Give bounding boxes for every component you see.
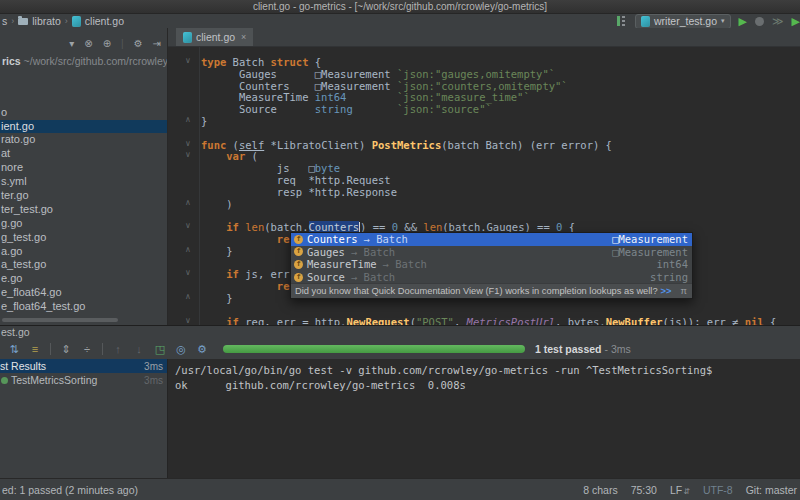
toolbar-separator: |: [121, 38, 124, 49]
project-tree-item[interactable]: g.go: [0, 217, 167, 231]
test-row-metrics-sorting[interactable]: TestMetricsSorting 3ms: [0, 373, 167, 387]
code-token: `json:"measure_time"`: [397, 91, 530, 103]
test-console-output[interactable]: /usr/local/go/bin/go test -v github.com/…: [167, 359, 800, 479]
toolbar-separator: [50, 343, 51, 355]
expand-all-icon[interactable]: ⇕: [60, 343, 72, 355]
git-branch-widget[interactable]: Git: master: [746, 484, 797, 496]
test-row-results[interactable]: st Results 3ms: [0, 359, 167, 373]
code-token: {: [315, 56, 321, 68]
code-token: [201, 150, 226, 162]
project-tree-item[interactable]: rato.go: [0, 133, 167, 147]
editor-tab-client-go[interactable]: client.go ×: [176, 28, 253, 46]
project-tree-item[interactable]: ient.go: [0, 120, 167, 134]
fold-close-icon[interactable]: ∧: [182, 115, 194, 124]
project-tree-item[interactable]: g_test.go: [0, 231, 167, 245]
tool-window-tab[interactable]: est.go: [0, 326, 800, 339]
project-tree-item[interactable]: ter.go: [0, 189, 167, 203]
code-token: int64: [315, 91, 347, 103]
project-tree-item[interactable]: [0, 64, 167, 78]
completion-item[interactable]: fCounters→ Batch□Measurement: [291, 233, 692, 246]
breadcrumb-client-go[interactable]: client.go: [85, 15, 124, 27]
completion-popup: fCounters→ Batch□MeasurementfGauges→ Bat…: [290, 232, 693, 299]
project-tree-item[interactable]: [0, 92, 167, 106]
code-token: re: [277, 233, 290, 245]
code-line[interactable]: }: [201, 116, 776, 128]
breadcrumb-root[interactable]: s: [2, 15, 7, 27]
completion-item[interactable]: fSource→ Batchstring: [291, 271, 692, 284]
run-toolbar: writer_test.go ▾ ▶ ≫ ▶: [617, 14, 800, 29]
code-line[interactable]: ): [201, 199, 776, 211]
run-configuration-label: writer_test.go: [654, 15, 717, 27]
fold-close-icon[interactable]: ∧: [182, 198, 194, 207]
debug-button[interactable]: [755, 17, 764, 26]
import-test-results-icon[interactable]: ◳: [154, 343, 166, 355]
code-token: req *http.Request: [201, 174, 391, 186]
code-line[interactable]: Source string `json:"source"`: [201, 104, 776, 116]
next-failed-test-icon[interactable]: ↓: [133, 343, 145, 355]
field-icon: f: [294, 235, 303, 244]
fold-close-icon[interactable]: ∧: [182, 292, 194, 301]
run-button[interactable]: ▶: [739, 15, 747, 27]
rerun-button[interactable]: ▶: [792, 15, 800, 27]
project-tree-item[interactable]: a_test.go: [0, 258, 167, 272]
code-token: if: [226, 268, 245, 280]
code-token: □Measurement: [315, 68, 397, 80]
project-tree-item[interactable]: e_float64.go: [0, 286, 167, 300]
test-settings-gear-icon[interactable]: ⚙: [196, 343, 208, 355]
code-token: var: [226, 150, 245, 162]
test-passed-icon: [1, 377, 8, 384]
completion-item-origin: → Batch: [351, 246, 395, 258]
fold-open-icon[interactable]: ∨: [182, 268, 194, 277]
fold-close-icon[interactable]: ∧: [182, 245, 194, 254]
breadcrumb: s › librato › client.go: [0, 15, 124, 27]
collapse-all-icon[interactable]: ÷: [81, 343, 93, 355]
editor-tab-bar: client.go ×: [168, 28, 800, 47]
project-tree-item[interactable]: at: [0, 147, 167, 161]
run-configuration-select[interactable]: writer_test.go ▾: [635, 14, 731, 29]
navigation-bar: s › librato › client.go writer_test.go ▾…: [0, 14, 800, 28]
close-icon[interactable]: ×: [241, 32, 246, 42]
fold-open-icon[interactable]: ∨: [182, 221, 194, 230]
project-tree-item[interactable]: nore: [0, 161, 167, 175]
hide-panel-icon[interactable]: ⇥: [153, 38, 161, 49]
toolbar-separator: [102, 343, 103, 355]
completion-item[interactable]: fGauges→ Batch□Measurement: [291, 246, 692, 259]
caret-position-widget[interactable]: 75:30: [631, 484, 657, 496]
code-line[interactable]: func (self *LibratoClient) PostMetrics(b…: [201, 140, 776, 152]
code-line[interactable]: resp *http.Response: [201, 187, 776, 199]
test-results-tree: st Results 3ms TestMetricsSorting 3ms: [0, 359, 167, 479]
filter-passed-icon[interactable]: ≡: [29, 343, 41, 355]
scroll-from-source-icon[interactable]: ⊕: [103, 38, 111, 49]
selection-chars-widget[interactable]: 8 chars: [583, 484, 617, 496]
project-tree-item[interactable]: ter_test.go: [0, 203, 167, 217]
fold-open-icon[interactable]: ∨: [182, 150, 194, 159]
collapse-icon[interactable]: ⊗: [84, 38, 92, 49]
line-separator-widget[interactable]: LF⇵: [670, 484, 690, 496]
project-tree-item[interactable]: e.go: [0, 272, 167, 286]
project-tree-item[interactable]: [0, 78, 167, 92]
completion-item-label: Gauges: [307, 246, 345, 258]
go-test-icon: [641, 16, 650, 27]
previous-failed-test-icon[interactable]: ↑: [112, 343, 124, 355]
hint-more-link[interactable]: >>: [661, 286, 672, 296]
fold-open-icon[interactable]: ∨: [182, 139, 194, 148]
gear-icon[interactable]: ⚙: [134, 38, 143, 49]
run-with-coverage-button[interactable]: ≫: [772, 15, 784, 28]
chevron-down-icon[interactable]: ▾: [69, 38, 74, 49]
fold-open-icon[interactable]: ∨: [182, 56, 194, 65]
project-tree-item[interactable]: a.go: [0, 245, 167, 259]
sort-tests-icon[interactable]: ⇅: [8, 343, 20, 355]
encoding-widget[interactable]: UTF-8: [703, 484, 733, 496]
horizontal-scrollbar[interactable]: [2, 318, 118, 322]
completion-hint-footer: Did you know that Quick Documentation Vi…: [291, 283, 692, 298]
project-tree-item[interactable]: e_float64_test.go: [0, 300, 167, 314]
vcs-changes-icon[interactable]: [617, 16, 625, 26]
project-tree-item[interactable]: s.yml: [0, 175, 167, 189]
completion-item[interactable]: fMeasureTime→ Batchint64: [291, 258, 692, 271]
breadcrumb-librato[interactable]: librato: [32, 15, 61, 27]
project-tree-item[interactable]: o: [0, 106, 167, 120]
test-row-time: 3ms: [144, 375, 167, 386]
status-message[interactable]: ed: 1 passed (2 minutes ago): [0, 484, 138, 496]
fold-open-icon[interactable]: ∨: [182, 316, 194, 325]
track-running-test-icon[interactable]: ◎: [175, 343, 187, 355]
